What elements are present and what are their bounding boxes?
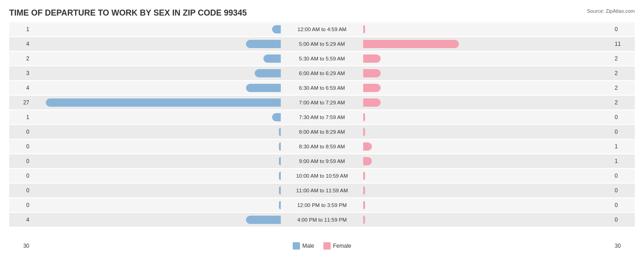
male-bar [272, 113, 281, 121]
female-value: 11 [612, 41, 635, 47]
bars-center: 5:30 AM to 5:59 AM [32, 52, 612, 65]
bars-center: 7:30 AM to 7:59 AM [32, 110, 612, 124]
legend-male-box [293, 242, 300, 250]
female-value: 0 [612, 114, 635, 120]
male-value: 0 [9, 202, 32, 208]
row-label: 10:00 AM to 10:59 AM [296, 173, 348, 179]
legend-female-label: Female [333, 243, 351, 249]
bars-center: 9:00 AM to 9:59 AM [32, 154, 612, 168]
row-label: 7:00 AM to 7:29 AM [299, 100, 345, 105]
row-label: 12:00 AM to 4:59 AM [298, 27, 347, 32]
female-bar [363, 201, 365, 209]
bars-center: 11:00 AM to 11:59 AM [32, 184, 612, 197]
female-bar [363, 216, 365, 224]
female-value: 0 [612, 202, 635, 208]
bars-center: 5:00 AM to 5:29 AM [32, 37, 612, 51]
row-label: 4:00 PM to 11:59 PM [297, 217, 347, 223]
female-bar [363, 98, 381, 107]
chart-source: Source: ZipAtlas.com [587, 8, 635, 14]
male-value: 3 [9, 70, 32, 76]
male-bar [246, 40, 281, 48]
bars-center: 10:00 AM to 10:59 AM [32, 169, 612, 183]
chart-row: 27 7:00 AM to 7:29 AM 2 [9, 96, 635, 109]
male-value: 4 [9, 41, 32, 47]
male-value: 4 [9, 217, 32, 223]
female-value: 2 [612, 85, 635, 91]
female-bar [363, 84, 381, 92]
female-value: 0 [612, 217, 635, 223]
axis-right-label: 30 [612, 243, 635, 249]
chart-row: 4 6:30 AM to 6:59 AM 2 [9, 81, 635, 95]
male-value: 27 [9, 99, 32, 106]
male-bar [279, 201, 281, 209]
chart-row: 1 7:30 AM to 7:59 AM 0 [9, 110, 635, 124]
row-label: 8:00 AM to 8:29 AM [299, 129, 345, 135]
male-bar [246, 216, 281, 224]
male-value: 2 [9, 55, 32, 62]
row-label: 12:00 PM to 3:59 PM [297, 202, 347, 208]
female-value: 0 [612, 129, 635, 135]
female-bar [363, 157, 372, 165]
male-bar [279, 172, 281, 180]
male-value: 0 [9, 187, 32, 194]
axis-row: 30 Male Female 30 [9, 242, 635, 250]
bars-center: 8:30 AM to 8:59 AM [32, 140, 612, 153]
row-label: 9:00 AM to 9:59 AM [299, 158, 345, 164]
female-value: 0 [612, 26, 635, 33]
female-value: 1 [612, 143, 635, 150]
male-bar [255, 69, 281, 77]
row-label: 11:00 AM to 11:59 AM [296, 188, 348, 193]
male-value: 0 [9, 173, 32, 179]
row-label: 6:00 AM to 6:29 AM [299, 71, 345, 76]
bars-center: 12:00 AM to 4:59 AM [32, 22, 612, 36]
male-value: 0 [9, 143, 32, 150]
male-bar-wrapper [46, 98, 322, 107]
male-bar [263, 54, 281, 63]
legend-female: Female [323, 242, 351, 250]
row-label: 7:30 AM to 7:59 AM [299, 114, 345, 120]
chart-row: 0 9:00 AM to 9:59 AM 1 [9, 154, 635, 168]
row-label: 5:30 AM to 5:59 AM [299, 56, 345, 61]
row-label: 8:30 AM to 8:59 AM [299, 144, 345, 149]
legend-male: Male [293, 242, 314, 250]
bars-center: 12:00 PM to 3:59 PM [32, 198, 612, 212]
chart-row: 3 6:00 AM to 6:29 AM 2 [9, 66, 635, 80]
chart-row: 0 8:00 AM to 8:29 AM 0 [9, 125, 635, 139]
female-bar [363, 69, 381, 77]
chart-row: 4 5:00 AM to 5:29 AM 11 [9, 37, 635, 51]
male-bar [279, 128, 281, 136]
male-bar [46, 98, 281, 107]
bars-center: 8:00 AM to 8:29 AM [32, 125, 612, 139]
bars-center: 4:00 PM to 11:59 PM [32, 213, 612, 227]
legend-female-box [323, 242, 331, 250]
male-value: 1 [9, 114, 32, 120]
female-bar [363, 113, 365, 121]
female-value: 1 [612, 158, 635, 164]
female-bar [363, 142, 372, 151]
female-value: 2 [612, 70, 635, 76]
male-value: 0 [9, 158, 32, 164]
female-bar [363, 40, 459, 48]
chart-row: 0 10:00 AM to 10:59 AM 0 [9, 169, 635, 183]
chart-title: TIME OF DEPARTURE TO WORK BY SEX IN ZIP … [9, 8, 635, 18]
female-bar [363, 54, 381, 63]
female-value: 2 [612, 55, 635, 62]
chart-row: 4 4:00 PM to 11:59 PM 0 [9, 213, 635, 227]
female-value: 0 [612, 173, 635, 179]
male-bar [279, 186, 281, 195]
row-label: 5:00 AM to 5:29 AM [299, 41, 345, 47]
bars-center: 6:30 AM to 6:59 AM [32, 81, 612, 95]
male-bar [272, 25, 281, 33]
row-label: 6:30 AM to 6:59 AM [299, 85, 345, 91]
female-bar [363, 25, 365, 33]
male-value: 4 [9, 85, 32, 91]
male-value: 0 [9, 129, 32, 135]
female-value: 2 [612, 99, 635, 106]
chart-row: 1 12:00 AM to 4:59 AM 0 [9, 22, 635, 36]
chart-row: 0 12:00 PM to 3:59 PM 0 [9, 198, 635, 212]
male-bar [279, 142, 281, 151]
bars-center: 6:00 AM to 6:29 AM [32, 66, 612, 80]
chart-area: 1 12:00 AM to 4:59 AM 0 4 5:00 AM to 5:2… [9, 22, 635, 240]
legend: Male Female [32, 242, 612, 250]
bars-center: 7:00 AM to 7:29 AM [32, 96, 612, 109]
